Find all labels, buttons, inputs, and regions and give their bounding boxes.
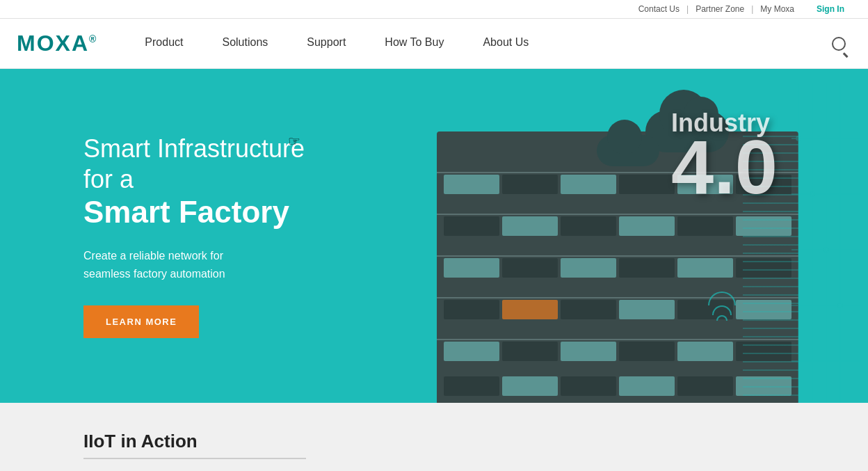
logo-reg: ® — [89, 33, 97, 45]
industry-number: 4.0 — [671, 129, 778, 205]
hero-title-line2: Smart Factory — [83, 194, 334, 231]
main-nav: Product Solutions Support How To Buy Abo… — [125, 19, 826, 69]
nav-product[interactable]: Product — [125, 19, 202, 69]
iiot-section-title: IIoT in Action — [83, 431, 785, 452]
contact-us-link[interactable]: Contact Us — [632, 4, 686, 14]
hero-title-line1: Smart Infrastructure for a — [83, 134, 334, 193]
svg-point-10 — [810, 192, 814, 196]
search-button[interactable] — [826, 31, 851, 56]
hero-subtitle: Create a reliable network for seamless f… — [83, 247, 334, 282]
svg-point-9 — [796, 136, 801, 141]
signal-icon — [708, 292, 736, 312]
nav-support[interactable]: Support — [287, 19, 365, 69]
sign-in-link[interactable]: Sign In — [810, 4, 851, 14]
hero-content: Smart Infrastructure for a Smart Factory… — [0, 134, 334, 337]
header: MOXA® Product Solutions Support How To B… — [0, 19, 868, 69]
logo[interactable]: MOXA® — [17, 31, 97, 56]
nav-solutions[interactable]: Solutions — [202, 19, 287, 69]
bottom-section: IIoT in Action — [0, 403, 868, 471]
nav-how-to-buy[interactable]: How To Buy — [365, 19, 463, 69]
top-bar: Contact Us | Partner Zone | My Moxa Sign… — [0, 0, 868, 19]
nav-about-us[interactable]: About Us — [463, 19, 548, 69]
partner-zone-link[interactable]: Partner Zone — [689, 4, 751, 14]
hero-banner: ☞ Smart Infrastructure for a Smart Facto… — [0, 69, 868, 403]
my-moxa-link[interactable]: My Moxa — [753, 4, 801, 14]
logo-text: MOXA® — [17, 31, 97, 56]
circuit-svg — [791, 83, 861, 403]
iiot-underline — [83, 458, 306, 459]
cloud-decoration-2 — [597, 135, 659, 166]
learn-more-button[interactable]: LEARN MORE — [83, 305, 199, 338]
search-icon — [832, 37, 846, 51]
svg-point-12 — [838, 303, 842, 308]
svg-point-11 — [824, 248, 828, 252]
